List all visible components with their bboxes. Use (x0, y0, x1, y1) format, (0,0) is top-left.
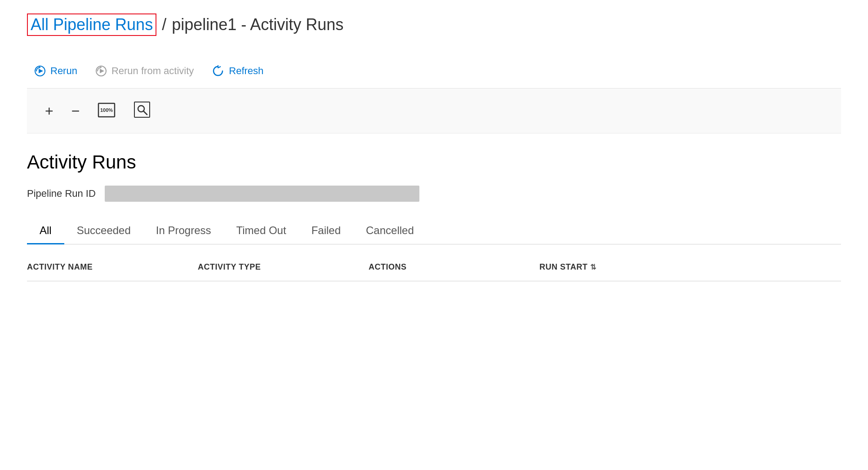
breadcrumb-link[interactable]: All Pipeline Runs (27, 13, 156, 36)
section-title: Activity Runs (27, 151, 841, 173)
pipeline-run-id-value (105, 186, 419, 202)
sort-icon: ⇅ (590, 263, 596, 271)
pipeline-run-row: Pipeline Run ID (27, 186, 841, 202)
zoom-in-icon: + (45, 103, 53, 119)
rerun-from-activity-label: Rerun from activity (111, 65, 194, 77)
rerun-button[interactable]: Rerun (27, 62, 88, 80)
breadcrumb-current: pipeline1 - Activity Runs (172, 15, 343, 34)
svg-marker-3 (100, 69, 104, 73)
rerun-icon (34, 65, 46, 77)
rerun-label: Rerun (50, 65, 77, 77)
col-header-activity-name: ACTIVITY NAME (27, 262, 198, 272)
activity-runs-section: Activity Runs Pipeline Run ID All Succee… (27, 133, 841, 281)
svg-marker-1 (39, 69, 43, 73)
tab-timed-out[interactable]: Timed Out (223, 218, 298, 244)
tab-in-progress[interactable]: In Progress (143, 218, 224, 244)
refresh-button[interactable]: Refresh (205, 61, 274, 81)
col-header-activity-type: ACTIVITY TYPE (198, 262, 369, 272)
zoom-out-icon: − (71, 103, 80, 119)
tab-cancelled[interactable]: Cancelled (353, 218, 427, 244)
col-header-run-start[interactable]: RUN START ⇅ (539, 262, 841, 272)
search-zoom-button[interactable] (125, 98, 160, 124)
zoom-out-button[interactable]: − (62, 100, 89, 122)
zoom-in-button[interactable]: + (36, 100, 62, 122)
tabs-row: All Succeeded In Progress Timed Out Fail… (27, 218, 841, 244)
zoom-toolbar: + − 100% (27, 89, 841, 133)
refresh-label: Refresh (229, 65, 263, 77)
tab-all[interactable]: All (27, 218, 64, 244)
svg-rect-6 (134, 102, 150, 117)
tab-failed[interactable]: Failed (299, 218, 353, 244)
toolbar: Rerun Rerun from activity Refresh (27, 54, 841, 89)
fit-icon: 100% (98, 110, 116, 120)
refresh-icon (212, 65, 224, 77)
search-zoom-icon (134, 105, 151, 121)
rerun-from-activity-icon (95, 65, 107, 77)
fit-button[interactable]: 100% (89, 99, 125, 123)
svg-line-8 (143, 111, 147, 115)
breadcrumb-separator: / (162, 15, 166, 34)
pipeline-run-id-label: Pipeline Run ID (27, 188, 96, 200)
svg-text:100%: 100% (100, 107, 113, 113)
table-header: ACTIVITY NAME ACTIVITY TYPE ACTIONS RUN … (27, 253, 841, 281)
tab-succeeded[interactable]: Succeeded (64, 218, 143, 244)
breadcrumb: All Pipeline Runs / pipeline1 - Activity… (27, 13, 841, 36)
rerun-from-activity-button[interactable]: Rerun from activity (88, 62, 205, 80)
col-header-actions: ACTIONS (369, 262, 539, 272)
